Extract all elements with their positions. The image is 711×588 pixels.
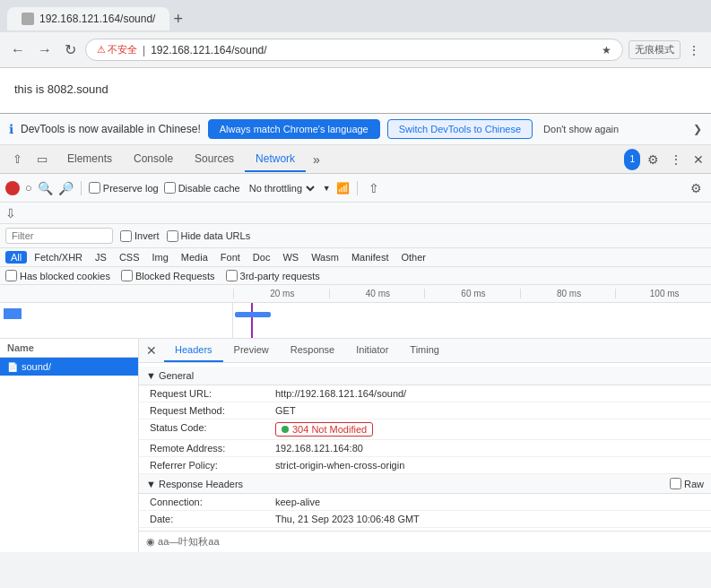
remote-address-key: Remote Address: — [150, 443, 275, 454]
blocked-requests-label: Blocked Requests — [135, 271, 215, 281]
third-party-input[interactable] — [226, 270, 238, 281]
search-button[interactable]: 🔎 — [58, 181, 74, 195]
back-button[interactable]: ← — [7, 39, 29, 62]
profile-icon-btn[interactable]: 无痕模式 — [629, 40, 681, 59]
has-blocked-input[interactable] — [5, 270, 17, 281]
date-key: Date: — [150, 514, 275, 524]
upload-icon[interactable]: ⇧ — [365, 177, 383, 199]
timeline-chart — [0, 303, 711, 338]
date-row: Date: Thu, 21 Sep 2023 10:06:48 GMT — [139, 511, 711, 528]
hide-data-urls-input[interactable] — [167, 230, 178, 242]
disable-cache-input[interactable] — [164, 182, 176, 194]
tab-initiator[interactable]: Initiator — [345, 339, 399, 362]
type-filter-btn-manifest[interactable]: Manifest — [346, 251, 395, 264]
filter-button[interactable]: 🔍 — [38, 181, 53, 195]
devtools-close-icon[interactable]: ✕ — [689, 149, 707, 170]
dont-show-link[interactable]: Don't show again — [543, 124, 619, 134]
has-blocked-label: Has blocked cookies — [20, 271, 110, 281]
timeline-blue-indicator — [4, 308, 22, 319]
type-filter-btn-css[interactable]: CSS — [114, 251, 145, 264]
star-icon[interactable]: ★ — [602, 44, 611, 56]
status-badge: 304 Not Modified — [275, 422, 373, 437]
third-party-checkbox[interactable]: 3rd-party requests — [226, 270, 320, 281]
invert-checkbox[interactable]: Invert — [120, 230, 160, 242]
tab-timing[interactable]: Timing — [399, 339, 450, 362]
new-tab-button[interactable]: + — [173, 10, 183, 29]
browser-chrome: 192.168.121.164/sound/ + ← → ↻ ⚠ 不安全 | 1… — [0, 0, 711, 68]
type-filter-bar: AllFetch/XHRJSCSSImgMediaFontDocWSWasmMa… — [0, 248, 711, 267]
preserve-log-input[interactable] — [89, 182, 100, 194]
timeline-ruler: 20 ms 40 ms 60 ms 80 ms 100 ms — [0, 285, 711, 303]
toolbar-divider2 — [357, 181, 358, 195]
status-dot — [282, 426, 289, 433]
address-bar[interactable]: ⚠ 不安全 | 192.168.121.164/sound/ ★ — [85, 39, 623, 61]
throttle-select[interactable]: No throttling — [246, 182, 317, 195]
timeline-bar — [235, 312, 271, 317]
disable-cache-checkbox[interactable]: Disable cache — [164, 182, 240, 194]
settings-icon[interactable]: ⚙ — [644, 149, 663, 170]
nav-bar: ← → ↻ ⚠ 不安全 | 192.168.121.164/sound/ ★ 无… — [0, 32, 711, 68]
type-filter-btn-wasm[interactable]: Wasm — [306, 251, 344, 264]
filter-input[interactable] — [5, 228, 113, 244]
type-filter-btn-font[interactable]: Font — [215, 251, 246, 264]
tab-sources[interactable]: Sources — [184, 147, 245, 172]
detail-content: ▼ General Request URL: http://192.168.12… — [139, 363, 711, 531]
tab-network[interactable]: Network — [245, 147, 306, 172]
invert-input[interactable] — [120, 230, 132, 242]
request-row-sound[interactable]: 📄 sound/ — [0, 358, 138, 376]
tab-console[interactable]: Console — [123, 147, 184, 172]
menu-button[interactable]: ⋮ — [684, 39, 704, 61]
hide-data-urls-checkbox[interactable]: Hide data URLs — [167, 230, 251, 242]
devtools-more-icon[interactable]: ⋮ — [666, 149, 686, 170]
request-list-panel: Name 📄 sound/ — [0, 339, 139, 552]
record-button[interactable] — [5, 181, 20, 195]
general-section-header[interactable]: ▼ General — [139, 367, 711, 385]
name-column-header: Name — [0, 339, 138, 358]
type-filter-btn-all[interactable]: All — [5, 251, 27, 264]
always-match-button[interactable]: Always match Chrome's language — [208, 119, 380, 139]
ruler-tick-80: 80 ms — [520, 289, 616, 298]
type-filter-btn-doc[interactable]: Doc — [247, 251, 276, 264]
notification-text: DevTools is now available in Chinese! — [21, 123, 201, 135]
forward-button[interactable]: → — [34, 39, 56, 62]
type-filter-btn-media[interactable]: Media — [176, 251, 213, 264]
notification-close-icon[interactable]: ❯ — [693, 123, 702, 135]
devtools-device-icon[interactable]: ▭ — [31, 151, 53, 168]
tab-preview[interactable]: Preview — [223, 339, 280, 362]
clear-button[interactable]: ○ — [25, 181, 32, 195]
has-blocked-checkbox[interactable]: Has blocked cookies — [5, 270, 110, 281]
referrer-policy-row: Referrer Policy: strict-origin-when-cros… — [139, 457, 711, 474]
download-button[interactable]: ⇩ — [5, 206, 16, 220]
connection-val: keep-alive — [275, 497, 700, 507]
type-filter-btn-ws[interactable]: WS — [277, 251, 304, 264]
type-filter-btn-other[interactable]: Other — [395, 251, 431, 264]
detail-close-icon[interactable]: ✕ — [139, 340, 164, 361]
raw-checkbox-input[interactable] — [670, 478, 681, 489]
tab-more[interactable]: » — [306, 149, 327, 170]
page-content: this is 8082.sound — [0, 68, 711, 113]
throttle-down-icon[interactable]: ▼ — [323, 184, 331, 193]
network-toolbar: ○ 🔍 🔎 Preserve log Disable cache No thro… — [0, 174, 711, 203]
type-filter-btn-js[interactable]: JS — [90, 251, 112, 264]
request-method-key: Request Method: — [150, 405, 275, 416]
raw-checkbox[interactable]: Raw — [670, 478, 704, 489]
download-toolbar: ⇩ — [0, 203, 711, 224]
tab-response[interactable]: Response — [280, 339, 346, 362]
tab-headers[interactable]: Headers — [164, 339, 223, 362]
type-filter-btn-img[interactable]: Img — [147, 251, 174, 264]
browser-tab[interactable]: 192.168.121.164/sound/ — [7, 7, 169, 30]
blocked-requests-input[interactable] — [121, 270, 133, 281]
devtools-tab-icons: 1 ⚙ ⋮ ✕ — [624, 149, 707, 170]
devtools-cursor-icon[interactable]: ⇧ — [7, 151, 28, 168]
tab-elements[interactable]: Elements — [56, 147, 123, 172]
type-filter-btn-fetch/xhr[interactable]: Fetch/XHR — [29, 251, 88, 264]
switch-devtools-button[interactable]: Switch DevTools to Chinese — [387, 119, 533, 139]
blocked-requests-checkbox[interactable]: Blocked Requests — [121, 270, 215, 281]
status-code-key: Status Code: — [150, 422, 275, 433]
referrer-policy-val: strict-origin-when-cross-origin — [275, 460, 700, 471]
request-url-row: Request URL: http://192.168.121.164/soun… — [139, 385, 711, 402]
gear-icon[interactable]: ⚙ — [687, 177, 706, 199]
preserve-log-checkbox[interactable]: Preserve log — [89, 182, 159, 194]
response-headers-section-header[interactable]: ▼ Response Headers Raw — [139, 474, 711, 494]
reload-button[interactable]: ↻ — [61, 38, 80, 62]
